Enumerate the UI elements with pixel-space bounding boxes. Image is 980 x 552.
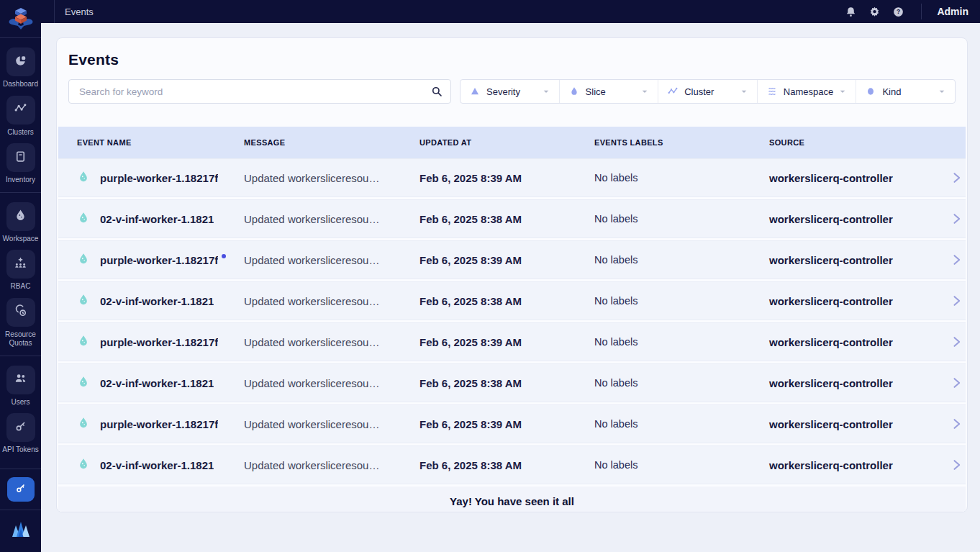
event-drop-icon xyxy=(77,293,90,309)
table-row[interactable]: purple-worker-1.18217f Updated workersli… xyxy=(58,404,966,443)
event-labels: No labels xyxy=(594,459,769,471)
slice-drop-icon xyxy=(568,86,580,97)
breadcrumb: Events xyxy=(65,6,94,17)
page-title: Events xyxy=(57,38,967,68)
topbar: Events ? Admin xyxy=(41,0,980,23)
event-message: Updated workersliceresou… xyxy=(244,418,414,430)
filter-cluster[interactable]: Cluster xyxy=(658,80,757,103)
search-input[interactable] xyxy=(68,79,451,104)
admin-user-menu[interactable]: Admin xyxy=(937,6,968,17)
event-message: Updated workersliceresou… xyxy=(244,295,414,307)
chevron-right-icon[interactable] xyxy=(947,376,966,390)
cluster-nodes-icon xyxy=(667,86,679,97)
event-updated-at: Feb 6, 2025 8:38 AM xyxy=(419,459,594,471)
event-updated-at: Feb 6, 2025 8:38 AM xyxy=(419,377,594,389)
sidebar-item-users[interactable]: Users xyxy=(1,366,41,407)
event-drop-icon xyxy=(77,170,90,186)
chevron-right-icon[interactable] xyxy=(947,294,966,308)
help-icon[interactable]: ? xyxy=(891,5,904,18)
svg-text:?: ? xyxy=(897,8,900,15)
sidebar-item-clusters[interactable]: Clusters xyxy=(1,96,41,137)
chevron-right-icon[interactable] xyxy=(947,417,966,431)
table-row[interactable]: purple-worker-1.18217f Updated workersli… xyxy=(58,240,966,279)
chevron-right-icon[interactable] xyxy=(947,458,966,472)
sidebar-item-dashboard[interactable]: Dashboard xyxy=(1,47,41,89)
filter-label: Kind xyxy=(882,86,901,97)
event-name: 02-v-inf-worker-1.1821 xyxy=(100,377,214,389)
main-content: Events Severity xyxy=(41,23,980,552)
event-labels: No labels xyxy=(594,377,769,389)
event-name: purple-worker-1.18217f xyxy=(100,418,218,430)
severity-triangle-icon xyxy=(469,86,481,97)
events-table: EVENT NAME MESSAGE UPDATED AT EVENTS LAB… xyxy=(58,127,966,512)
notifications-bell-icon[interactable] xyxy=(844,5,857,18)
namespace-layers-icon xyxy=(766,86,778,97)
event-updated-at: Feb 6, 2025 8:39 AM xyxy=(419,254,594,266)
sidebar-group-main: Dashboard Clusters Inventory xyxy=(1,38,41,192)
table-header: EVENT NAME MESSAGE UPDATED AT EVENTS LAB… xyxy=(58,127,966,158)
compare-key-button[interactable] xyxy=(7,477,35,502)
end-of-list-message: Yay! You have seen it all xyxy=(58,487,966,512)
event-labels: No labels xyxy=(594,418,769,430)
topbar-divider xyxy=(921,4,922,19)
resource-quotas-icon xyxy=(14,304,27,320)
event-updated-at: Feb 6, 2025 8:39 AM xyxy=(419,336,594,348)
event-labels: No labels xyxy=(594,172,769,184)
event-source: workerslicerq-controller xyxy=(769,295,947,307)
app-logo-icon[interactable] xyxy=(0,0,41,37)
event-labels: No labels xyxy=(594,295,769,307)
sidebar-group-workspace: Workspace RBAC Resource Quotas xyxy=(1,193,41,356)
key-icon xyxy=(14,482,27,497)
sidebar-divider xyxy=(0,510,41,510)
table-row[interactable]: purple-worker-1.18217f Updated workersli… xyxy=(58,322,966,361)
chevron-right-icon[interactable] xyxy=(947,212,966,226)
chevron-down-icon xyxy=(837,86,848,97)
column-header-event-name: EVENT NAME xyxy=(68,138,244,147)
search-icon[interactable] xyxy=(430,85,443,101)
search-box xyxy=(68,79,451,104)
sidebar-item-api-tokens[interactable]: API Tokens xyxy=(1,413,41,455)
event-updated-at: Feb 6, 2025 8:38 AM xyxy=(419,295,594,307)
chevron-right-icon[interactable] xyxy=(947,253,966,267)
table-row[interactable]: 02-v-inf-worker-1.1821 Updated workersli… xyxy=(58,445,966,484)
filter-label: Namespace xyxy=(784,86,833,97)
filter-slice[interactable]: Slice xyxy=(559,80,658,103)
column-header-events-labels: EVENTS LABELS xyxy=(594,138,769,147)
sidebar-item-workspace[interactable]: Workspace xyxy=(1,202,41,244)
table-row[interactable]: purple-worker-1.18217f Updated workersli… xyxy=(58,158,966,197)
sidebar-item-label: API Tokens xyxy=(1,445,41,455)
filter-kind[interactable]: Kind xyxy=(856,80,955,103)
event-labels: No labels xyxy=(594,254,769,266)
filter-severity[interactable]: Severity xyxy=(460,80,559,103)
users-icon xyxy=(14,371,27,388)
table-row[interactable]: 02-v-inf-worker-1.1821 Updated workersli… xyxy=(58,281,966,320)
event-name: 02-v-inf-worker-1.1821 xyxy=(100,295,214,307)
key-icon xyxy=(14,420,27,436)
sidebar: Dashboard Clusters Inventory Wo xyxy=(0,0,41,552)
clusters-nodes-icon xyxy=(14,101,27,118)
filter-namespace[interactable]: Namespace xyxy=(757,80,856,103)
filter-label: Cluster xyxy=(684,86,714,97)
sidebar-item-resource-quotas[interactable]: Resource Quotas xyxy=(1,298,41,348)
event-name: purple-worker-1.18217f xyxy=(100,172,218,184)
chevron-right-icon[interactable] xyxy=(947,171,966,185)
event-name: 02-v-inf-worker-1.1821 xyxy=(100,213,214,225)
table-row[interactable]: 02-v-inf-worker-1.1821 Updated workersli… xyxy=(58,199,966,238)
inventory-box-icon xyxy=(14,150,27,166)
sidebar-group-access: Users API Tokens xyxy=(1,356,41,462)
event-labels: No labels xyxy=(594,213,769,225)
kind-blob-icon xyxy=(865,86,876,97)
sidebar-item-rbac[interactable]: RBAC xyxy=(1,250,41,291)
event-source: workerslicerq-controller xyxy=(769,172,947,184)
filter-bar: Severity Slice xyxy=(460,79,956,104)
app-root: Dashboard Clusters Inventory Wo xyxy=(0,0,980,552)
sidebar-item-label: Resource Quotas xyxy=(1,330,41,348)
event-drop-icon xyxy=(77,416,90,432)
sidebar-item-inventory[interactable]: Inventory xyxy=(1,143,41,185)
column-header-source: SOURCE xyxy=(769,138,947,147)
filter-label: Severity xyxy=(486,86,520,97)
chevron-right-icon[interactable] xyxy=(947,335,966,349)
settings-gear-icon[interactable] xyxy=(868,5,881,18)
table-row[interactable]: 02-v-inf-worker-1.1821 Updated workersli… xyxy=(58,363,966,402)
sidebar-item-label: Workspace xyxy=(1,235,41,244)
